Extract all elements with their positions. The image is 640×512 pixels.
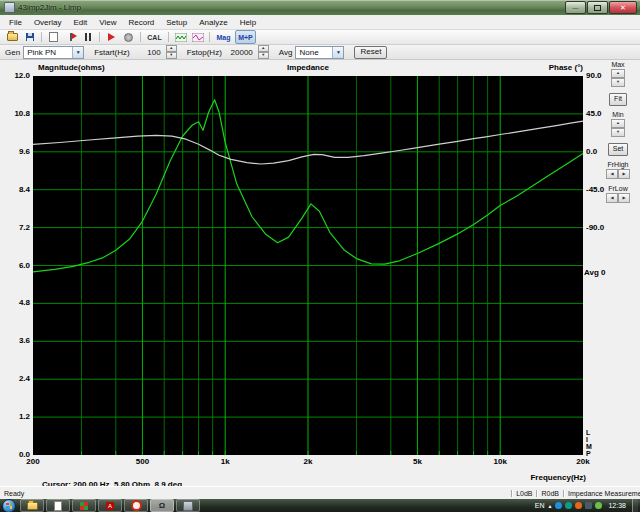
x-tick: 20k xyxy=(568,458,598,466)
menu-help[interactable]: Help xyxy=(234,16,262,29)
fstop-value[interactable]: 20000 xyxy=(225,48,253,57)
gray-app-icon xyxy=(183,501,193,511)
adobe-reader-icon: A xyxy=(106,502,114,510)
taskbar-document-button[interactable] xyxy=(46,499,70,512)
maximize-button[interactable] xyxy=(587,1,608,14)
pause-icon xyxy=(85,33,91,41)
spin-up-icon[interactable]: ▲ xyxy=(258,45,269,52)
new-button[interactable] xyxy=(46,31,61,43)
fit-button[interactable]: Fit xyxy=(609,93,627,106)
fstart-label: Fstart(Hz) xyxy=(94,48,130,57)
app-icon xyxy=(4,2,15,13)
frhigh-stepper[interactable]: ◀▶ xyxy=(606,169,630,179)
y-tick-left: 3.6 xyxy=(1,337,30,345)
menu-view[interactable]: View xyxy=(93,16,122,29)
record-button[interactable] xyxy=(121,31,136,43)
spin-right-icon[interactable]: ▶ xyxy=(618,193,630,203)
x-tick: 200 xyxy=(18,458,48,466)
menu-record[interactable]: Record xyxy=(122,16,160,29)
menu-edit[interactable]: Edit xyxy=(67,16,93,29)
magnitude-phase-view-button[interactable]: M+P xyxy=(235,30,256,44)
frhigh-label: FrHigh xyxy=(607,161,628,169)
x-tick: 5k xyxy=(402,458,432,466)
start-button[interactable] xyxy=(2,499,16,512)
chevron-down-icon: ▼ xyxy=(332,47,343,58)
calibrate-button[interactable]: CAL xyxy=(145,31,164,43)
y-tick-right: -45.0 xyxy=(586,186,616,194)
taskbar-clock[interactable]: 12:38 xyxy=(605,502,629,509)
averaging-select[interactable]: None ▼ xyxy=(295,46,344,59)
save-button[interactable] xyxy=(22,31,37,43)
omega-icon: Ω xyxy=(159,502,165,510)
x-axis-title: Frequency(Hz) xyxy=(476,473,586,482)
tray-teal-icon[interactable] xyxy=(565,502,572,509)
tray-expand-icon[interactable]: ▲ xyxy=(548,503,553,509)
spin-left-icon[interactable]: ◀ xyxy=(606,193,618,203)
reset-button[interactable]: Reset xyxy=(354,46,387,59)
close-button[interactable]: ✕ xyxy=(609,1,637,14)
open-folder-icon xyxy=(7,33,18,41)
fstop-label: Fstop(Hz) xyxy=(187,48,222,57)
frlow-stepper[interactable]: ◀▶ xyxy=(606,193,630,203)
spin-up-icon[interactable]: ▲ xyxy=(611,119,625,128)
window-title: 43imp2Jim - Limp xyxy=(18,3,565,12)
spin-down-icon[interactable]: ▼ xyxy=(166,52,177,59)
windows-logo-icon xyxy=(6,503,12,509)
spin-down-icon[interactable]: ▼ xyxy=(611,128,625,137)
show-desktop-button[interactable] xyxy=(632,499,638,512)
language-indicator[interactable]: EN xyxy=(535,502,545,509)
tray-gray-icon[interactable] xyxy=(585,502,592,509)
min-stepper[interactable]: ▲▼ xyxy=(611,119,625,137)
impedance-chart[interactable] xyxy=(0,60,640,486)
fstop-stepper[interactable]: ▲▼ xyxy=(258,45,269,59)
pause-button[interactable] xyxy=(80,31,95,43)
y-tick-left: 1.2 xyxy=(1,413,30,421)
spin-up-icon[interactable]: ▲ xyxy=(166,45,177,52)
open-button[interactable] xyxy=(5,31,20,43)
folder-icon xyxy=(27,502,38,510)
tray-green-icon[interactable] xyxy=(595,502,602,509)
maximize-icon xyxy=(594,5,601,11)
spin-left-icon[interactable]: ◀ xyxy=(606,169,618,179)
chevron-down-icon: ▼ xyxy=(72,47,83,58)
menu-analyze[interactable]: Analyze xyxy=(193,16,233,29)
toolbar-separator xyxy=(209,32,210,42)
generator-type-select[interactable]: Pink PN ▼ xyxy=(23,46,84,59)
y-tick-left: 9.6 xyxy=(1,148,30,156)
start-measure-button[interactable] xyxy=(104,31,119,43)
menu-setup[interactable]: Setup xyxy=(160,16,193,29)
marker-button[interactable] xyxy=(63,31,78,43)
spin-right-icon[interactable]: ▶ xyxy=(618,169,630,179)
fstart-stepper[interactable]: ▲▼ xyxy=(166,45,177,59)
chart-client-area: Magnitude(ohms) Impedance Phase (°) Freq… xyxy=(0,60,640,486)
taskbar-adobe-button[interactable]: A xyxy=(98,499,122,512)
menu-overlay[interactable]: Overlay xyxy=(28,16,68,29)
x-tick: 1k xyxy=(210,458,240,466)
tray-orange-icon[interactable] xyxy=(575,502,582,509)
play-icon xyxy=(108,33,115,41)
limp-window: 43imp2Jim - Limp — ✕ File Overlay Edit V… xyxy=(0,0,640,512)
status-ready: Ready xyxy=(0,490,511,497)
y-tick-left: 4.8 xyxy=(1,299,30,307)
spin-down-icon[interactable]: ▼ xyxy=(258,52,269,59)
toolbar: CAL Mag M+P xyxy=(0,30,640,45)
green-wave-icon xyxy=(175,33,187,42)
taskbar-gray-app-button[interactable] xyxy=(176,499,200,512)
taskbar-explorer-button[interactable] xyxy=(20,499,44,512)
rlc-button[interactable] xyxy=(173,31,188,43)
flag-icon xyxy=(70,33,72,41)
y-tick-left: 8.4 xyxy=(1,186,30,194)
taskbar-redgreen-app-button[interactable] xyxy=(72,499,96,512)
right-axis-title: Phase (°) xyxy=(495,63,583,72)
fstart-value[interactable]: 100 xyxy=(133,48,161,57)
cursor-readout: Cursor: 200.00 Hz, 5.80 Ohm, 8.9 deg xyxy=(42,480,182,486)
menu-file[interactable]: File xyxy=(3,16,28,29)
taskbar-limp-button[interactable]: Ω xyxy=(150,499,174,512)
minimize-button[interactable]: — xyxy=(565,1,586,14)
magnitude-view-button[interactable]: Mag xyxy=(214,31,233,43)
y-tick-right: 0.0 xyxy=(586,148,616,156)
max-label: Max xyxy=(611,61,624,69)
tray-blue-icon[interactable] xyxy=(555,502,562,509)
overlay-wave-button[interactable] xyxy=(190,31,205,43)
taskbar-red-ring-app-button[interactable] xyxy=(124,499,148,512)
